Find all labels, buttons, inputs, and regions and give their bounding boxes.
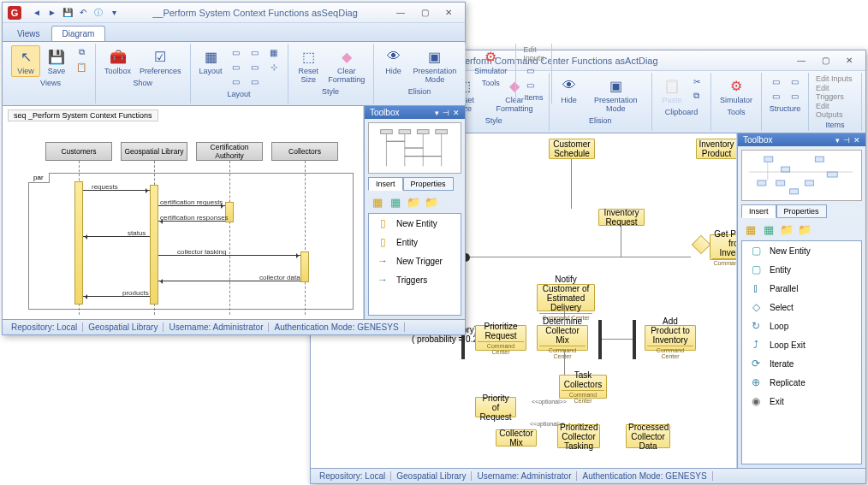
toolbox-palette-icon-1[interactable]: ▦ — [743, 222, 758, 237]
toolbox-item-new-trigger[interactable]: →New Trigger — [369, 251, 461, 270]
copy-button[interactable]: ⧉ — [688, 89, 705, 103]
toolbox-item-iterate[interactable]: ⟳Iterate — [742, 354, 861, 373]
close-button[interactable]: ✕ — [437, 5, 460, 21]
node-prioritize-request[interactable]: Prioritize RequestCommand Center — [475, 325, 526, 351]
qat-dropdown-icon[interactable]: ▾ — [107, 6, 121, 20]
toolbox-item-new-entity[interactable]: ▯New Entity — [369, 214, 461, 233]
node-customer-schedule[interactable]: Customer Schedule — [549, 139, 595, 159]
toolbox-item-parallel[interactable]: ⫿Parallel — [742, 279, 861, 298]
toolbox-item-triggers[interactable]: →Triggers — [369, 270, 461, 289]
tab-diagram[interactable]: Diagram — [51, 26, 106, 41]
size-button[interactable]: ▭ — [247, 74, 264, 88]
node-priority-request[interactable]: Priority of Request — [475, 397, 516, 417]
snap-button[interactable]: ⊹ — [265, 60, 282, 74]
toolbox-tab-properties[interactable]: Properties — [403, 177, 454, 191]
presentation-mode-button[interactable]: ▣Presentation Mode — [586, 74, 646, 115]
close-button[interactable]: ✕ — [838, 53, 860, 68]
item-icon-1[interactable]: ▭ — [521, 63, 538, 77]
distribute-h-button[interactable]: ▭ — [247, 45, 264, 59]
toolbox-palette-icon-4[interactable]: 📁 — [424, 194, 439, 210]
toolbox-palette-icon-2[interactable]: ▦ — [761, 222, 776, 237]
save-button[interactable]: 💾Save — [42, 45, 71, 77]
toolbox-dropdown-icon[interactable]: ▾ — [835, 136, 840, 145]
qat-undo-icon[interactable]: ↶ — [76, 6, 90, 20]
maximize-button[interactable]: ▢ — [413, 5, 436, 21]
copy-button[interactable]: ⧉ — [73, 45, 90, 59]
maximize-button[interactable]: ▢ — [814, 53, 836, 68]
node-inventory-request[interactable]: Inventory Request — [598, 209, 645, 226]
decision-node[interactable] — [692, 235, 711, 255]
layout-button[interactable]: ▦Layout — [196, 45, 226, 77]
toolbox-pin-icon[interactable]: ⊣ — [443, 109, 449, 117]
lifeline-collectors[interactable]: Collectors — [271, 142, 338, 161]
struct2-button[interactable]: ▭ — [767, 89, 784, 103]
toolbox-dropdown-icon[interactable]: ▾ — [435, 109, 439, 117]
node-determine-mix[interactable]: Determine Collector MixCommand Center — [537, 325, 588, 351]
lifeline-certification-authority[interactable]: Certification Authority — [196, 142, 263, 161]
toolbox-close-icon[interactable]: ✕ — [453, 109, 460, 117]
align-center-button[interactable]: ▭ — [228, 60, 245, 74]
toolbox-item-new-entity[interactable]: ▢New Entity — [742, 241, 861, 260]
node-task-collectors[interactable]: Task CollectorsCommand Center — [559, 375, 607, 399]
minimize-button[interactable]: — — [790, 53, 812, 68]
hide-button[interactable]: 👁Hide — [555, 74, 584, 106]
activation-geospatial[interactable] — [150, 185, 158, 305]
activation-collectors[interactable] — [300, 251, 309, 282]
edit-triggers-link[interactable]: Edit Triggers — [814, 84, 856, 101]
preferences-button[interactable]: ☑Preferences — [136, 45, 185, 77]
node-add-product[interactable]: Add Product to InventoryCommand Center — [645, 325, 696, 351]
toolbox-pin-icon[interactable]: ⊣ — [843, 136, 850, 145]
clear-formatting-button[interactable]: ◆Clear Formatting — [325, 45, 368, 86]
item-icon-2[interactable]: ▭ — [521, 78, 538, 92]
join-bar-1[interactable] — [598, 320, 602, 359]
qat-back-icon[interactable]: ◄ — [30, 6, 44, 20]
toolbox-item-loop[interactable]: ↻Loop — [742, 316, 861, 335]
node-prioritized-tasking[interactable]: Prioritized Collector Tasking — [557, 424, 600, 448]
toolbox-palette-icon-3[interactable]: 📁 — [779, 222, 794, 237]
toolbox-close-icon[interactable]: ✕ — [853, 136, 860, 145]
toolbox-item-entity[interactable]: ▯Entity — [369, 233, 461, 251]
toolbox-item-replicate[interactable]: ⊕Replicate — [742, 373, 861, 392]
node-processed-data[interactable]: Processed Collector Data — [626, 424, 670, 448]
cut-button[interactable]: ✂ — [688, 74, 705, 88]
qat-save-icon[interactable]: 💾 — [61, 6, 74, 20]
qat-forward-icon[interactable]: ► — [45, 6, 59, 20]
hide-button[interactable]: 👁Hide — [379, 45, 408, 77]
tab-views[interactable]: Views — [6, 26, 51, 41]
struct3-button[interactable]: ▭ — [786, 74, 803, 88]
align-right-button[interactable]: ▭ — [228, 74, 245, 88]
toolbox-item-entity[interactable]: ▢Entity — [742, 260, 861, 279]
toolbox-palette-icon-1[interactable]: ▦ — [370, 194, 385, 210]
grid-button[interactable]: ▦ — [265, 45, 282, 59]
simulator-button[interactable]: ⚙Simulator — [471, 45, 510, 77]
sequence-canvas[interactable]: seq _Perform System Context Functions Cu… — [3, 106, 364, 319]
presentation-mode-button[interactable]: ▣Presentation Mode — [410, 45, 461, 86]
toolbox-button[interactable]: 🧰Toolbox — [101, 45, 134, 77]
toolbox-tab-properties[interactable]: Properties — [776, 204, 827, 218]
toolbox-item-exit[interactable]: ◉Exit — [742, 392, 861, 411]
toolbox-palette-icon-3[interactable]: 📁 — [406, 194, 421, 210]
toolbox-item-select[interactable]: ◇Select — [742, 298, 861, 316]
toolbox-item-loop-exit[interactable]: ⤴Loop Exit — [742, 335, 861, 354]
node-collector-mix[interactable]: Collector Mix — [496, 429, 537, 447]
reset-size-button[interactable]: ⬚Reset Size — [294, 45, 324, 86]
align-left-button[interactable]: ▭ — [228, 45, 245, 59]
edit-outputs-link[interactable]: Edit Outputs — [814, 102, 856, 119]
breadcrumb[interactable]: seq _Perform System Context Functions — [8, 109, 158, 121]
minimize-button[interactable]: — — [389, 5, 412, 21]
lifeline-geospatial-library[interactable]: Geospatial Library — [121, 142, 187, 161]
struct1-button[interactable]: ▭ — [767, 74, 784, 88]
paste-button[interactable]: 📋 — [73, 60, 90, 74]
toolbox-palette-icon-4[interactable]: 📁 — [797, 222, 812, 237]
activation-customers[interactable] — [74, 181, 83, 305]
node-inventory-product[interactable]: Inventory Product — [696, 139, 737, 159]
view-button[interactable]: ↖View — [11, 45, 40, 77]
qat-help-icon[interactable]: ⓘ — [92, 6, 105, 20]
node-notify-customer[interactable]: Notify Customer of Estimated DeliveryCom… — [537, 284, 595, 311]
lifeline-customers[interactable]: Customers — [45, 142, 112, 161]
toolbox-tab-insert[interactable]: Insert — [368, 177, 403, 191]
edit-inputs-link[interactable]: Edit Inputs — [521, 45, 546, 62]
toolbox-tab-insert[interactable]: Insert — [741, 204, 776, 218]
simulator-button[interactable]: ⚙Simulator — [716, 74, 756, 106]
distribute-v-button[interactable]: ▭ — [247, 60, 264, 74]
